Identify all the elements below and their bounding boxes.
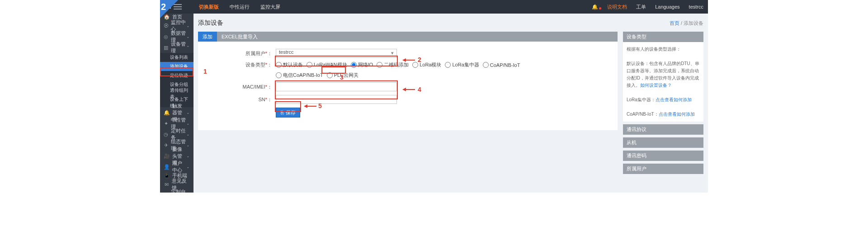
close-icon: ✖ xyxy=(164,193,169,193)
sidebar-item-label: 定位轨迹 xyxy=(170,72,188,79)
form-panel: 所属用户*： testrcc 设备类型*： 默认设备LoRaWAN模块网络IO二… xyxy=(198,42,618,130)
sidebar-item-label: 设备列表 xyxy=(170,54,188,61)
nav-work[interactable]: 工单 xyxy=(632,4,651,10)
bell-icon[interactable]: 🔔 xyxy=(587,4,603,10)
link-how-config[interactable]: 如何设置设备？ xyxy=(640,83,672,88)
device-icon: ▥ xyxy=(164,45,169,51)
device-type-radio[interactable]: LoRaWAN模块 xyxy=(307,61,347,68)
device-type-radio[interactable]: 二维码添加 xyxy=(377,61,409,68)
owner-label: 所属用户 xyxy=(245,51,265,56)
chevron-down-icon: ⌄ xyxy=(186,24,190,28)
data-icon: ◎ xyxy=(164,34,169,40)
mail-icon: ✉ xyxy=(164,182,170,188)
device-type-radio[interactable]: CoAP/NB-IoT xyxy=(483,62,520,68)
main-area: 添加设备 首页 / 添加设备 添加 EXCEL批量导入 所属用户*： testr… xyxy=(193,14,708,193)
sidebar-item-label: 添加设备 xyxy=(170,63,188,70)
sidebar-item-custom[interactable]: ✖定制自助⌄ xyxy=(160,190,193,193)
mac-input[interactable] xyxy=(276,82,397,91)
device-type-radio[interactable]: LoRa集中器 xyxy=(445,61,479,68)
device-type-radio[interactable]: 网络IO xyxy=(351,61,373,68)
save-button[interactable]: ⎘保存 xyxy=(276,108,300,118)
link-lora[interactable]: 点击查看如何添加 xyxy=(656,97,692,102)
tab-bar: 添加 EXCEL批量导入 xyxy=(198,32,618,42)
device-type-radio[interactable]: PLC云网关 xyxy=(327,72,359,79)
user-icon: 👤 xyxy=(164,164,170,170)
bell-icon: 🔔 xyxy=(164,110,170,116)
type-label: 设备类型 xyxy=(245,62,265,67)
corner-badge: 2 xyxy=(160,0,178,18)
sidebar-item-user[interactable]: 👤用户中心⌄ xyxy=(160,161,193,172)
sidebar-item-label: 定制自助 xyxy=(171,188,186,193)
camera-icon: 🎥 xyxy=(164,153,170,159)
nav-lang[interactable]: Languages xyxy=(651,4,684,9)
sidebar: 🏠首页 ⦿监控中心⌄ ◎数据管理⌄ ▥设备管理⌃ 设备列表 添加设备 定位轨迹 … xyxy=(160,14,193,193)
chevron-down-icon: ⌄ xyxy=(186,132,190,136)
device-type-radio[interactable]: LoRa模块 xyxy=(412,61,441,68)
nav-docs[interactable]: 说明文档 xyxy=(603,4,632,10)
sidebar-item-label: 设备分组 xyxy=(170,81,188,88)
chevron-down-icon: ⌄ xyxy=(186,143,190,147)
tab-excel[interactable]: EXCEL批量导入 xyxy=(217,32,262,42)
rbox-protocol[interactable]: 通讯协议 xyxy=(623,124,703,135)
nav-link-neutral[interactable]: 中性运行 xyxy=(224,0,255,14)
nav-link-monitor[interactable]: 监控大屏 xyxy=(255,0,286,14)
chevron-down-icon: ⌄ xyxy=(186,165,190,169)
nav-user[interactable]: testrcc xyxy=(684,4,708,9)
tab-add[interactable]: 添加 xyxy=(198,32,217,42)
top-nav: oud 切换新版 中性运行 监控大屏 🔔 说明文档 工单 Languages t… xyxy=(160,0,708,14)
sidebar-sub-devlist[interactable]: 设备列表 xyxy=(160,53,193,62)
star-icon: ✦ xyxy=(164,121,169,127)
mobile-icon: 📱 xyxy=(164,173,170,179)
breadcrumb: 首页 / 添加设备 xyxy=(670,20,703,27)
rbox-owner[interactable]: 所属用户 xyxy=(623,164,703,174)
breadcrumb-home[interactable]: 首页 xyxy=(670,20,679,26)
rbox-password[interactable]: 通讯密码 xyxy=(623,151,703,161)
device-type-radio[interactable]: 默认设备 xyxy=(276,61,303,68)
sn-label: SN xyxy=(258,97,265,102)
rbox-slave[interactable]: 从机 xyxy=(623,137,703,148)
sidebar-item-label: 设备管理 xyxy=(171,41,186,54)
rbox-type-title: 设备类型 xyxy=(623,32,703,42)
chevron-down-icon: ⌄ xyxy=(186,121,190,126)
chevron-up-icon: ⌃ xyxy=(186,45,190,50)
chevron-down-icon: ⌄ xyxy=(186,110,190,115)
link-coap[interactable]: 点击查看如何添加 xyxy=(659,112,695,117)
monitor-icon: ⦿ xyxy=(164,23,169,28)
page-title: 添加设备 xyxy=(198,19,223,27)
scada-icon: ✈ xyxy=(164,142,169,148)
sn-input[interactable] xyxy=(276,95,397,104)
rbox-type-body: 根据有人的设备类型选择： 默认设备：包含有人品牌的DTU、串口服务器等。添加完成… xyxy=(623,42,703,122)
nav-link-switch[interactable]: 切换新版 xyxy=(193,0,224,14)
device-type-radio[interactable]: 电信CoAP/NB-IoT xyxy=(276,72,323,79)
sidebar-item-device[interactable]: ▥设备管理⌃ xyxy=(160,42,193,53)
breadcrumb-current: 添加设备 xyxy=(684,20,703,26)
clock-icon: ◷ xyxy=(164,132,169,137)
sidebar-item-label: 用户中心 xyxy=(172,160,186,174)
chevron-down-icon: ⌄ xyxy=(186,34,190,39)
sidebar-sub-adddev[interactable]: 添加设备 xyxy=(160,62,193,71)
owner-select[interactable]: testrcc xyxy=(276,49,397,58)
sidebar-sub-track[interactable]: 定位轨迹 xyxy=(160,71,193,80)
chevron-down-icon: ⌄ xyxy=(186,154,190,158)
save-icon: ⎘ xyxy=(281,110,284,115)
mac-label: MAC/IMEI xyxy=(243,84,265,89)
